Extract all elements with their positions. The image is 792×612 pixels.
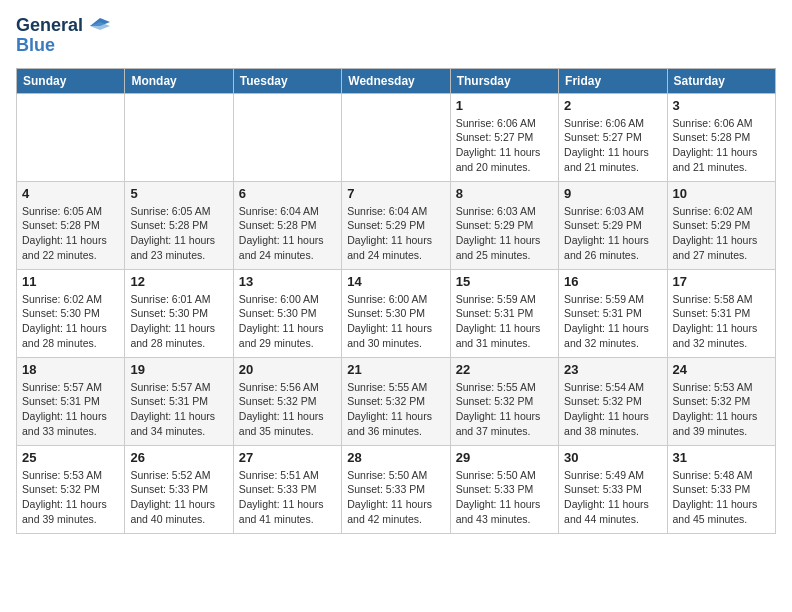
day-info: Sunrise: 5:53 AM Sunset: 5:32 PM Dayligh…	[22, 468, 119, 527]
calendar-week-row: 11Sunrise: 6:02 AM Sunset: 5:30 PM Dayli…	[17, 269, 776, 357]
day-number: 17	[673, 274, 770, 289]
calendar-cell: 10Sunrise: 6:02 AM Sunset: 5:29 PM Dayli…	[667, 181, 775, 269]
day-info: Sunrise: 6:04 AM Sunset: 5:28 PM Dayligh…	[239, 204, 336, 263]
day-number: 25	[22, 450, 119, 465]
calendar-cell: 27Sunrise: 5:51 AM Sunset: 5:33 PM Dayli…	[233, 445, 341, 533]
day-info: Sunrise: 6:00 AM Sunset: 5:30 PM Dayligh…	[347, 292, 444, 351]
calendar-cell: 30Sunrise: 5:49 AM Sunset: 5:33 PM Dayli…	[559, 445, 667, 533]
calendar-cell: 4Sunrise: 6:05 AM Sunset: 5:28 PM Daylig…	[17, 181, 125, 269]
day-info: Sunrise: 5:50 AM Sunset: 5:33 PM Dayligh…	[456, 468, 553, 527]
calendar-cell: 28Sunrise: 5:50 AM Sunset: 5:33 PM Dayli…	[342, 445, 450, 533]
weekday-header-cell: Friday	[559, 68, 667, 93]
calendar-cell: 5Sunrise: 6:05 AM Sunset: 5:28 PM Daylig…	[125, 181, 233, 269]
day-number: 12	[130, 274, 227, 289]
day-info: Sunrise: 5:50 AM Sunset: 5:33 PM Dayligh…	[347, 468, 444, 527]
calendar-cell	[125, 93, 233, 181]
day-number: 30	[564, 450, 661, 465]
weekday-header-cell: Monday	[125, 68, 233, 93]
day-number: 24	[673, 362, 770, 377]
day-number: 9	[564, 186, 661, 201]
day-info: Sunrise: 6:06 AM Sunset: 5:27 PM Dayligh…	[456, 116, 553, 175]
logo-text: General Blue	[16, 16, 110, 56]
calendar-cell: 9Sunrise: 6:03 AM Sunset: 5:29 PM Daylig…	[559, 181, 667, 269]
calendar-cell	[17, 93, 125, 181]
calendar-week-row: 4Sunrise: 6:05 AM Sunset: 5:28 PM Daylig…	[17, 181, 776, 269]
calendar-cell: 1Sunrise: 6:06 AM Sunset: 5:27 PM Daylig…	[450, 93, 558, 181]
calendar-cell: 14Sunrise: 6:00 AM Sunset: 5:30 PM Dayli…	[342, 269, 450, 357]
day-info: Sunrise: 5:55 AM Sunset: 5:32 PM Dayligh…	[347, 380, 444, 439]
day-info: Sunrise: 6:02 AM Sunset: 5:29 PM Dayligh…	[673, 204, 770, 263]
day-info: Sunrise: 6:03 AM Sunset: 5:29 PM Dayligh…	[564, 204, 661, 263]
day-number: 15	[456, 274, 553, 289]
day-info: Sunrise: 5:52 AM Sunset: 5:33 PM Dayligh…	[130, 468, 227, 527]
day-info: Sunrise: 5:53 AM Sunset: 5:32 PM Dayligh…	[673, 380, 770, 439]
day-info: Sunrise: 5:58 AM Sunset: 5:31 PM Dayligh…	[673, 292, 770, 351]
day-number: 27	[239, 450, 336, 465]
weekday-header-row: SundayMondayTuesdayWednesdayThursdayFrid…	[17, 68, 776, 93]
day-info: Sunrise: 6:05 AM Sunset: 5:28 PM Dayligh…	[22, 204, 119, 263]
day-info: Sunrise: 6:06 AM Sunset: 5:27 PM Dayligh…	[564, 116, 661, 175]
calendar-cell: 26Sunrise: 5:52 AM Sunset: 5:33 PM Dayli…	[125, 445, 233, 533]
day-number: 5	[130, 186, 227, 201]
calendar-cell: 25Sunrise: 5:53 AM Sunset: 5:32 PM Dayli…	[17, 445, 125, 533]
day-number: 14	[347, 274, 444, 289]
calendar-cell: 11Sunrise: 6:02 AM Sunset: 5:30 PM Dayli…	[17, 269, 125, 357]
calendar-cell: 20Sunrise: 5:56 AM Sunset: 5:32 PM Dayli…	[233, 357, 341, 445]
weekday-header-cell: Tuesday	[233, 68, 341, 93]
day-number: 21	[347, 362, 444, 377]
calendar-week-row: 1Sunrise: 6:06 AM Sunset: 5:27 PM Daylig…	[17, 93, 776, 181]
calendar-cell: 31Sunrise: 5:48 AM Sunset: 5:33 PM Dayli…	[667, 445, 775, 533]
calendar-cell: 6Sunrise: 6:04 AM Sunset: 5:28 PM Daylig…	[233, 181, 341, 269]
day-info: Sunrise: 6:01 AM Sunset: 5:30 PM Dayligh…	[130, 292, 227, 351]
calendar-cell: 12Sunrise: 6:01 AM Sunset: 5:30 PM Dayli…	[125, 269, 233, 357]
day-number: 10	[673, 186, 770, 201]
day-info: Sunrise: 5:48 AM Sunset: 5:33 PM Dayligh…	[673, 468, 770, 527]
weekday-header-cell: Thursday	[450, 68, 558, 93]
day-number: 22	[456, 362, 553, 377]
day-info: Sunrise: 6:00 AM Sunset: 5:30 PM Dayligh…	[239, 292, 336, 351]
day-number: 3	[673, 98, 770, 113]
day-number: 4	[22, 186, 119, 201]
day-info: Sunrise: 6:06 AM Sunset: 5:28 PM Dayligh…	[673, 116, 770, 175]
calendar-body: 1Sunrise: 6:06 AM Sunset: 5:27 PM Daylig…	[17, 93, 776, 533]
day-number: 13	[239, 274, 336, 289]
day-info: Sunrise: 6:04 AM Sunset: 5:29 PM Dayligh…	[347, 204, 444, 263]
calendar-cell: 13Sunrise: 6:00 AM Sunset: 5:30 PM Dayli…	[233, 269, 341, 357]
day-info: Sunrise: 5:51 AM Sunset: 5:33 PM Dayligh…	[239, 468, 336, 527]
logo-bird-icon	[90, 18, 110, 34]
calendar-cell: 19Sunrise: 5:57 AM Sunset: 5:31 PM Dayli…	[125, 357, 233, 445]
calendar-cell: 7Sunrise: 6:04 AM Sunset: 5:29 PM Daylig…	[342, 181, 450, 269]
weekday-header-cell: Saturday	[667, 68, 775, 93]
day-info: Sunrise: 5:49 AM Sunset: 5:33 PM Dayligh…	[564, 468, 661, 527]
svg-marker-1	[90, 22, 110, 30]
day-info: Sunrise: 5:59 AM Sunset: 5:31 PM Dayligh…	[456, 292, 553, 351]
day-number: 16	[564, 274, 661, 289]
day-info: Sunrise: 5:59 AM Sunset: 5:31 PM Dayligh…	[564, 292, 661, 351]
calendar-cell: 16Sunrise: 5:59 AM Sunset: 5:31 PM Dayli…	[559, 269, 667, 357]
day-number: 6	[239, 186, 336, 201]
day-info: Sunrise: 5:54 AM Sunset: 5:32 PM Dayligh…	[564, 380, 661, 439]
day-number: 20	[239, 362, 336, 377]
day-number: 28	[347, 450, 444, 465]
calendar-cell: 23Sunrise: 5:54 AM Sunset: 5:32 PM Dayli…	[559, 357, 667, 445]
calendar-cell: 18Sunrise: 5:57 AM Sunset: 5:31 PM Dayli…	[17, 357, 125, 445]
calendar-cell: 2Sunrise: 6:06 AM Sunset: 5:27 PM Daylig…	[559, 93, 667, 181]
day-number: 18	[22, 362, 119, 377]
calendar-cell: 3Sunrise: 6:06 AM Sunset: 5:28 PM Daylig…	[667, 93, 775, 181]
day-number: 2	[564, 98, 661, 113]
calendar-cell: 21Sunrise: 5:55 AM Sunset: 5:32 PM Dayli…	[342, 357, 450, 445]
calendar-week-row: 25Sunrise: 5:53 AM Sunset: 5:32 PM Dayli…	[17, 445, 776, 533]
day-number: 19	[130, 362, 227, 377]
day-info: Sunrise: 6:03 AM Sunset: 5:29 PM Dayligh…	[456, 204, 553, 263]
calendar-cell	[342, 93, 450, 181]
day-number: 7	[347, 186, 444, 201]
day-info: Sunrise: 5:57 AM Sunset: 5:31 PM Dayligh…	[130, 380, 227, 439]
calendar-week-row: 18Sunrise: 5:57 AM Sunset: 5:31 PM Dayli…	[17, 357, 776, 445]
day-number: 31	[673, 450, 770, 465]
day-info: Sunrise: 6:02 AM Sunset: 5:30 PM Dayligh…	[22, 292, 119, 351]
calendar: SundayMondayTuesdayWednesdayThursdayFrid…	[16, 68, 776, 534]
calendar-cell: 8Sunrise: 6:03 AM Sunset: 5:29 PM Daylig…	[450, 181, 558, 269]
weekday-header-cell: Wednesday	[342, 68, 450, 93]
weekday-header-cell: Sunday	[17, 68, 125, 93]
day-number: 26	[130, 450, 227, 465]
